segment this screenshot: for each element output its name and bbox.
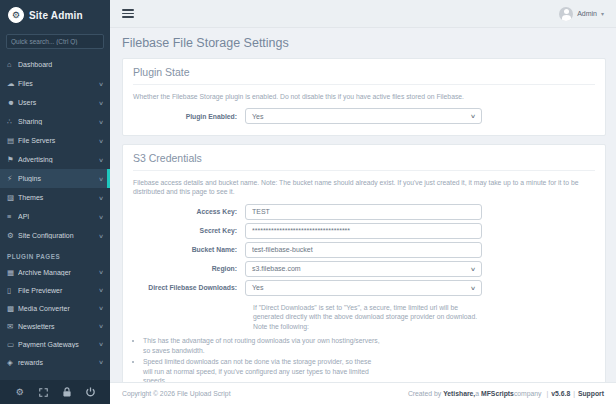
chevron-down-icon: ∨ xyxy=(98,269,104,275)
bucket-name-field[interactable] xyxy=(245,242,482,258)
plugin-state-card: Plugin State Whether the Filebase Storag… xyxy=(122,58,606,136)
chevron-down-icon: ∨ xyxy=(98,287,104,293)
lock-icon[interactable] xyxy=(61,386,73,398)
main-area: Admin ▾ Filebase File Storage Settings P… xyxy=(110,0,616,404)
app-window: ⚙ Site Admin ⌂ Dashboard ☁ Files ∨ ☻ Use… xyxy=(0,0,616,404)
sidebar-item-payment-gateways[interactable]: ▭ Payment Gateways ∨ xyxy=(0,335,110,353)
created-by-text: Created by xyxy=(408,390,441,397)
avatar xyxy=(559,7,573,21)
chevron-down-icon: ∨ xyxy=(470,285,476,291)
version-text: v5.6.8 xyxy=(551,390,570,397)
chevron-down-icon: ∨ xyxy=(98,176,104,182)
sidebar-item-api[interactable]: ≡ API ∨ xyxy=(0,207,110,226)
region-label: Region: xyxy=(133,265,245,272)
expand-icon[interactable] xyxy=(37,386,49,398)
s3-credentials-card: S3 Credentials Filebase access details a… xyxy=(122,144,606,382)
chevron-down-icon: ∨ xyxy=(98,323,104,329)
archive-icon: ▦ xyxy=(7,268,18,277)
card-description: Whether the Filebase Storage plugin is e… xyxy=(133,92,595,101)
region-select[interactable]: s3.filebase.com ∨ xyxy=(245,261,482,277)
chevron-down-icon: ∨ xyxy=(98,119,104,125)
server-icon: ▤ xyxy=(7,136,18,145)
yetishare-link[interactable]: Yetishare, xyxy=(443,390,475,397)
sidebar-item-site-configuration[interactable]: ⚙ Site Configuration ∨ xyxy=(0,226,110,245)
chevron-down-icon: ∨ xyxy=(98,195,104,201)
direct-downloads-bullets: This has the advantage of not routing do… xyxy=(143,336,380,382)
chevron-down-icon: ∨ xyxy=(98,233,104,239)
direct-downloads-select[interactable]: Yes ∨ xyxy=(245,280,482,296)
bucket-name-label: Bucket Name: xyxy=(133,246,245,253)
plugin-enabled-label: Plugin Enabled: xyxy=(133,113,245,120)
sidebar-item-themes[interactable]: ▨ Themes ∨ xyxy=(0,188,110,207)
support-link[interactable]: Support xyxy=(578,390,604,397)
sidebar-item-archive-manager[interactable]: ▦ Archive Manager ∨ xyxy=(0,263,110,281)
chevron-down-icon: ∨ xyxy=(98,305,104,311)
page-content: Filebase File Storage Settings Plugin St… xyxy=(110,28,616,382)
sidebar-item-users[interactable]: ☻ Users ∨ xyxy=(0,93,110,112)
chevron-down-icon: ∨ xyxy=(98,214,104,220)
plug-icon: ⚡ xyxy=(7,174,18,183)
mfscripts-link[interactable]: MFScripts xyxy=(481,390,514,397)
sidebar-footer-bar: ⚙ xyxy=(0,380,110,404)
copyright-text: Copyright © 2026 File Upload Script xyxy=(122,390,231,397)
chevron-down-icon: ∨ xyxy=(98,157,104,163)
share-icon: ∴ xyxy=(7,117,18,126)
user-name: Admin xyxy=(577,10,597,17)
plugin-enabled-select[interactable]: Yes ∨ xyxy=(245,108,482,124)
secret-key-label: Secret Key: xyxy=(133,227,245,234)
card-title: S3 Credentials xyxy=(133,152,595,171)
power-icon[interactable] xyxy=(84,386,96,398)
credit-card-icon: ▭ xyxy=(7,340,18,349)
app-title: Site Admin xyxy=(29,10,83,21)
megaphone-icon: ⚑ xyxy=(7,155,18,164)
gear-icon: ⚙ xyxy=(7,231,18,240)
sidebar-item-dashboard[interactable]: ⌂ Dashboard xyxy=(0,55,110,74)
user-menu[interactable]: Admin ▾ xyxy=(559,7,604,21)
sidebar-item-file-servers[interactable]: ▤ File Servers ∨ xyxy=(0,131,110,150)
sidebar-item-newsletters[interactable]: ✉ Newsletters ∨ xyxy=(0,317,110,335)
direct-downloads-note: If "Direct Downloads" is set to "Yes", a… xyxy=(253,303,490,333)
logo-icon: ⚙ xyxy=(8,7,24,23)
chevron-down-icon: ∨ xyxy=(98,341,104,347)
chevron-down-icon: ∨ xyxy=(98,138,104,144)
menu-toggle-icon[interactable] xyxy=(122,9,134,18)
media-icon: ▩ xyxy=(7,304,18,313)
sidebar-nav: ⌂ Dashboard ☁ Files ∨ ☻ Users ∨ ∴ Sharin… xyxy=(0,53,110,380)
sidebar-item-sharing[interactable]: ∴ Sharing ∨ xyxy=(0,112,110,131)
file-icon: ▯ xyxy=(7,286,18,295)
card-description: Filebase access details and bucket name.… xyxy=(133,178,595,196)
chevron-down-icon: ∨ xyxy=(470,266,476,272)
sidebar-item-rewards[interactable]: ◈ rewards ∨ xyxy=(0,353,110,371)
cloud-icon: ☁ xyxy=(7,79,18,88)
page-title: Filebase File Storage Settings xyxy=(122,36,606,50)
home-icon: ⌂ xyxy=(7,60,18,69)
secret-key-field[interactable] xyxy=(245,223,482,239)
chevron-down-icon: ∨ xyxy=(98,81,104,87)
sidebar: ⚙ Site Admin ⌂ Dashboard ☁ Files ∨ ☻ Use… xyxy=(0,0,110,404)
bullet-item: This has the advantage of not routing do… xyxy=(143,336,380,356)
sidebar-item-media-converter[interactable]: ▩ Media Converter ∨ xyxy=(0,299,110,317)
plugin-pages-header: PLUGIN PAGES xyxy=(0,245,110,263)
direct-downloads-label: Direct Filebase Downloads: xyxy=(133,284,245,291)
chevron-down-icon: ∨ xyxy=(98,100,104,106)
sidebar-item-file-previewer[interactable]: ▯ File Previewer ∨ xyxy=(0,281,110,299)
chevron-down-icon: ∨ xyxy=(470,113,476,119)
topbar: Admin ▾ xyxy=(110,0,616,28)
access-key-label: Access Key: xyxy=(133,208,245,215)
envelope-icon: ✉ xyxy=(7,322,18,331)
rewards-icon: ◈ xyxy=(7,358,18,367)
card-title: Plugin State xyxy=(133,66,595,85)
image-icon: ▨ xyxy=(7,193,18,202)
sidebar-item-files[interactable]: ☁ Files ∨ xyxy=(0,74,110,93)
app-logo[interactable]: ⚙ Site Admin xyxy=(0,0,110,28)
gear-icon[interactable]: ⚙ xyxy=(14,386,26,398)
chevron-down-icon: ∨ xyxy=(98,359,104,365)
quick-search-input[interactable] xyxy=(6,34,104,49)
bullet-item: Speed limited downloads can not be done … xyxy=(143,357,380,382)
api-icon: ≡ xyxy=(7,212,18,221)
sidebar-item-plugins[interactable]: ⚡ Plugins ∨ xyxy=(0,169,110,188)
sidebar-item-advertising[interactable]: ⚑ Advertising ∨ xyxy=(0,150,110,169)
footer: Copyright © 2026 File Upload Script Crea… xyxy=(110,382,616,404)
users-icon: ☻ xyxy=(7,98,18,107)
access-key-field[interactable] xyxy=(245,204,482,220)
